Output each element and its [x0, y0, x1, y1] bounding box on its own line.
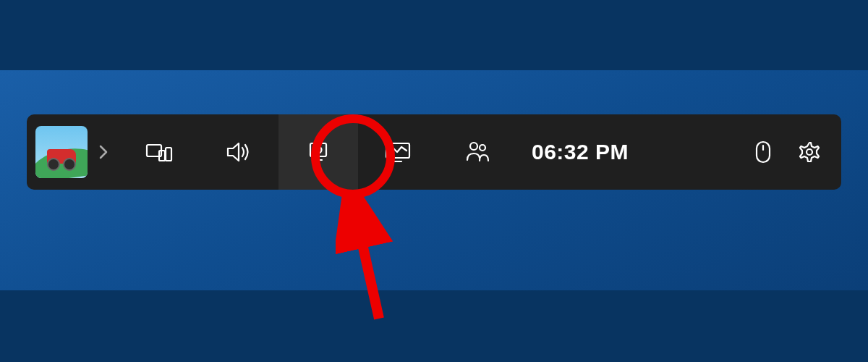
chevron-right-icon [98, 144, 109, 160]
widgets-icon [145, 140, 174, 164]
svg-rect-2 [166, 148, 171, 161]
settings-button[interactable] [786, 114, 833, 190]
capture-icon [306, 140, 331, 164]
active-app-thumbnail[interactable] [35, 126, 88, 178]
svg-point-5 [318, 149, 320, 151]
app-chevron-button[interactable] [88, 126, 119, 178]
right-button-group [740, 114, 833, 190]
performance-button[interactable] [358, 114, 438, 190]
game-bar-overlay: 06:32 PM [27, 114, 841, 190]
svg-point-9 [470, 143, 477, 150]
performance-icon [383, 140, 412, 164]
svg-point-13 [807, 149, 812, 155]
xbox-social-icon [464, 140, 490, 164]
app-thumbnail-car [47, 149, 76, 164]
audio-icon [225, 140, 252, 164]
clock-time: 06:32 PM [517, 140, 643, 164]
svg-point-10 [480, 145, 485, 151]
mouse-icon [754, 140, 772, 164]
widgets-button[interactable] [119, 114, 199, 190]
settings-icon [798, 140, 821, 164]
xbox-social-button[interactable] [438, 114, 517, 190]
mouse-button[interactable] [740, 114, 786, 190]
capture-button[interactable] [278, 114, 358, 190]
audio-button[interactable] [199, 114, 278, 190]
